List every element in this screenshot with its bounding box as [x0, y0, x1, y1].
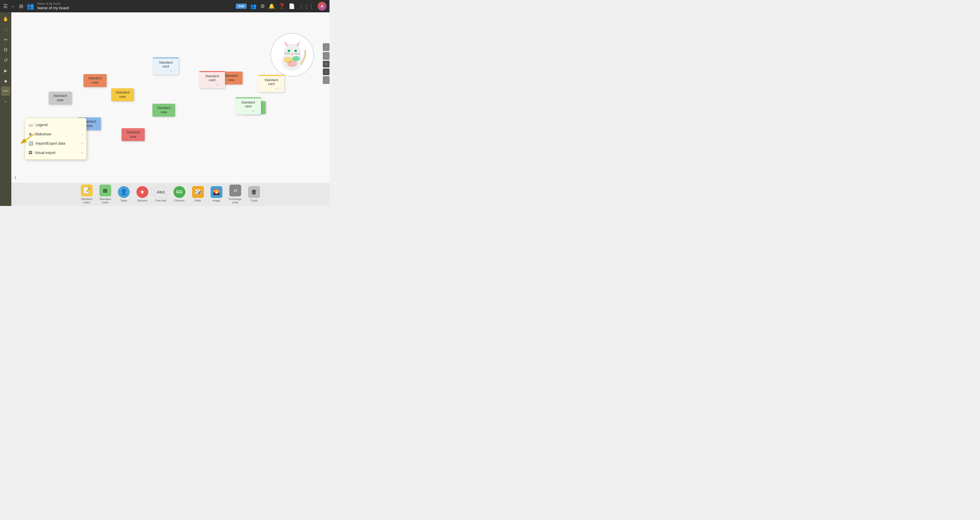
pen-tool-button[interactable]: ✏ — [1, 35, 10, 44]
hamburger-menu-icon[interactable]: ☰ — [3, 3, 8, 9]
import-export-label: Import/Export data — [35, 142, 65, 145]
svg-point-10 — [291, 53, 294, 55]
card-2[interactable]: Standard card ✏ 📄 — [199, 71, 225, 88]
link-tool-button[interactable]: ⛓ — [1, 45, 10, 54]
right-panel-button-3[interactable]: › — [323, 76, 329, 84]
room-info: Name of my room! Name of my board — [37, 2, 69, 10]
card-3[interactable]: Standard card ✏ 📄 — [258, 75, 284, 92]
team-tool[interactable]: 👤 Team — [115, 184, 132, 204]
exchange-zone-tool[interactable]: ⇄ Exchangezone — [226, 183, 244, 206]
standard-notes-label: Standardnotes — [81, 197, 92, 204]
board-name: Name of my board — [37, 6, 69, 10]
nav-back-button[interactable]: ← — [1, 97, 10, 106]
present-button[interactable]: ▶ — [1, 66, 10, 75]
rolls-icon: 🎲 — [192, 186, 204, 198]
chevron-right-icon: › — [81, 123, 83, 127]
stickers-tool[interactable]: ★ Stickers — [134, 184, 151, 204]
card-4[interactable]: Standard card ✏ 📄 — [235, 97, 261, 114]
image-tool[interactable]: 🌄 Image — [208, 184, 225, 204]
standard-cards-label: Standardcards — [99, 197, 111, 204]
standard-notes-tool[interactable]: 📝 Standardnotes — [78, 183, 95, 206]
visual-export-menu-item[interactable]: 🖼 Visual export › — [25, 148, 86, 157]
exchange-zone-label: Exchangezone — [229, 197, 242, 204]
canvas-area[interactable]: Standard note Standard note Standard not… — [11, 12, 329, 206]
standard-notes-icon: 📝 — [81, 184, 93, 196]
grid-icon[interactable]: ⊞ — [19, 3, 24, 9]
apps-icon[interactable]: ⋮⋮⋮ — [299, 3, 314, 9]
sticky-note-2[interactable]: Standard note — [49, 92, 72, 105]
stickers-icon: ★ — [137, 186, 148, 198]
help-icon[interactable]: ❓ — [278, 3, 285, 9]
trash-icon: 🗑 — [248, 186, 260, 198]
sticky-note-4[interactable]: Standard note — [153, 104, 175, 117]
card-1[interactable]: Standard card ✏ 📄 — [153, 57, 179, 75]
scroll-down-arrow[interactable]: ↓ — [14, 173, 17, 180]
settings-icon[interactable]: ⚙ — [260, 3, 265, 9]
avatar[interactable]: A — [318, 2, 326, 11]
legend-label: Legend — [35, 123, 48, 127]
right-panel-button-2[interactable]: › — [323, 52, 329, 60]
document-icon[interactable]: 📄 — [289, 3, 295, 9]
arrow-pointer — [19, 131, 40, 147]
stickers-label: Stickers — [137, 199, 147, 202]
choices-icon: GO — [173, 186, 185, 198]
exchange-zone-icon: ⇄ — [229, 184, 241, 196]
notification-icon[interactable]: 🔔 — [269, 3, 275, 9]
standard-cards-tool[interactable]: ▤ Standardcards — [97, 183, 114, 206]
svg-point-9 — [296, 50, 296, 51]
trash-tool[interactable]: 🗑 Trash — [246, 184, 262, 204]
svg-point-8 — [289, 50, 290, 51]
back-icon[interactable]: ← — [11, 3, 16, 9]
room-name: Name of my room! — [37, 2, 69, 5]
chevron-right-icon: › — [81, 151, 83, 154]
free-text-label: Free text — [155, 199, 166, 202]
visual-export-icon: 🖼 — [29, 151, 32, 155]
sticky-note-3[interactable]: Standard note — [111, 88, 134, 101]
filter-button[interactable]: ◆ — [1, 76, 10, 86]
svg-point-17 — [287, 61, 298, 67]
main-area: ✋ ⬚ ✏ ⛓ ↺ ▶ ◆ ••• ← — [0, 12, 329, 206]
standard-cards-icon: ▤ — [99, 184, 111, 196]
left-sidebar: ✋ ⬚ ✏ ⛓ ↺ ▶ ◆ ••• ← — [0, 12, 11, 206]
choices-label: Choices — [174, 199, 185, 202]
svg-point-7 — [294, 50, 297, 52]
app-header: ☰ ← ⊞ 👥 Name of my room! Name of my boar… — [0, 0, 329, 12]
hand-tool-button[interactable]: ✋ — [1, 14, 10, 24]
zoom-out-button[interactable]: − — [323, 68, 329, 75]
users-icon[interactable]: 👥 — [250, 3, 257, 9]
free-text-tool[interactable]: Abc| Free text — [153, 184, 169, 204]
legend-icon: 📖 — [29, 123, 33, 127]
trial-badge[interactable]: trial — [236, 3, 247, 9]
svg-point-16 — [292, 56, 300, 61]
image-label: Image — [212, 199, 220, 202]
team-icon: 👤 — [118, 186, 130, 198]
team-icon[interactable]: 👥 — [27, 3, 34, 10]
select-tool-button[interactable]: ⬚ — [1, 25, 10, 34]
svg-line-18 — [22, 134, 35, 143]
zoom-in-button[interactable]: + — [323, 61, 329, 67]
rolls-tool[interactable]: 🎲 Rolls — [189, 184, 207, 204]
right-panel-button-1[interactable]: › — [323, 43, 329, 51]
more-button[interactable]: ••• — [1, 86, 10, 96]
bottom-toolbar: 📝 Standardnotes ▤ Standardcards 👤 Team ★… — [11, 183, 329, 206]
free-text-icon: Abc| — [155, 186, 167, 198]
cat-illustration — [270, 33, 314, 77]
chevron-right-icon: › — [81, 132, 83, 136]
sticky-note-1[interactable]: Standard note — [83, 74, 107, 87]
svg-point-6 — [288, 50, 290, 52]
sticky-note-6[interactable]: Standard note — [121, 128, 145, 141]
team-label: Team — [120, 199, 127, 202]
image-icon: 🌄 — [210, 186, 223, 198]
undo-button[interactable]: ↺ — [1, 56, 10, 65]
choices-tool[interactable]: GO Choices — [171, 184, 188, 204]
legend-menu-item[interactable]: 📖 Legend › — [25, 120, 86, 129]
rolls-label: Rolls — [195, 199, 201, 202]
trash-label: Trash — [251, 199, 258, 202]
chevron-right-icon: › — [81, 142, 83, 145]
visual-export-label: Visual export — [35, 151, 56, 155]
